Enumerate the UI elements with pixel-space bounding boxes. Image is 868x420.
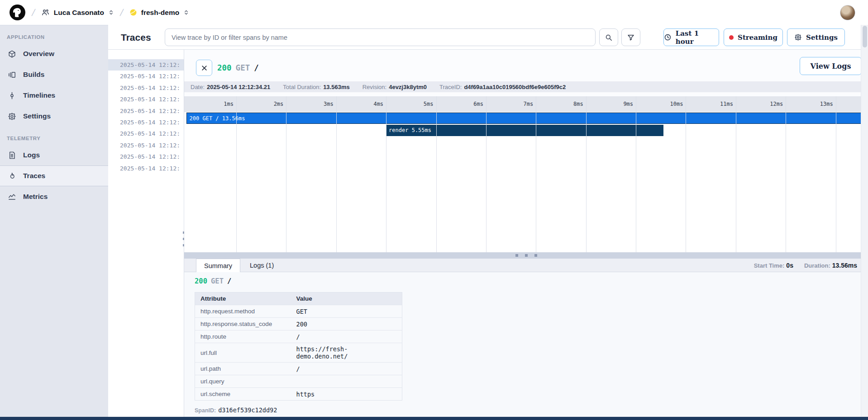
duration-value: 13.56ms (832, 262, 857, 269)
sidebar-item-settings[interactable]: Settings (0, 106, 108, 127)
http-method: GET (211, 277, 224, 285)
view-logs-button[interactable]: View Logs (800, 57, 862, 75)
timescale-gridline (586, 96, 587, 252)
vertical-scrollbar[interactable] (861, 25, 868, 417)
streaming-label: Streaming (738, 33, 777, 42)
http-method: GET (236, 63, 250, 72)
trace-list-row[interactable]: 2025-05-14 12:12: (108, 59, 184, 71)
timescale-gridline (636, 96, 636, 252)
trace-list-row[interactable]: 2025-05-14 12:12: (108, 140, 184, 151)
clock-icon (664, 33, 672, 41)
timescale-tick-label: 4ms (373, 96, 386, 112)
timescale-tick-label: 8ms (573, 96, 586, 112)
trace-detail-panel: 200 GET / View Logs Date:2025-05-14 12:1… (184, 50, 868, 417)
attribute-value: / (291, 330, 402, 343)
search-button[interactable] (599, 28, 618, 46)
timescale-tick-label: 1ms (224, 96, 236, 112)
trace-meta-bar: Date:2025-05-14 12:12:34.21Total Duratio… (184, 81, 868, 92)
builds-icon (8, 71, 16, 79)
time-range-button[interactable]: Last 1 hour (663, 28, 719, 46)
sidebar: APPLICATIONOverviewBuildsTimelinesSettin… (0, 25, 108, 417)
bottom-edge-bar (0, 417, 868, 420)
funnel-icon (627, 33, 635, 42)
filter-button[interactable] (621, 28, 640, 46)
org-name: Luca Casonato (54, 9, 104, 17)
breadcrumb-project[interactable]: fresh-demo (129, 9, 189, 17)
attribute-row: url.path/ (195, 363, 402, 375)
attribute-name: http.response.status_code (195, 318, 291, 330)
trace-meta-item: Revision:4evzj3k8ytm0 (362, 84, 427, 90)
breadcrumb-org[interactable]: Luca Casonato (41, 8, 114, 17)
span-timing-info: Start Time:0s Duration:13.56ms (754, 259, 857, 272)
project-name: fresh-demo (141, 9, 179, 17)
attribute-value: GET (291, 305, 402, 318)
summary-content: 200 GET / Attribute Value http.request.m… (184, 272, 868, 417)
attribute-value: https (291, 388, 402, 401)
attribute-name: url.scheme (195, 388, 291, 401)
gear-icon (794, 33, 802, 41)
flame-icon (8, 172, 16, 180)
value-header: Value (291, 293, 402, 305)
sidebar-item-traces[interactable]: Traces (0, 165, 108, 186)
user-avatar[interactable] (840, 5, 855, 20)
span-bar[interactable]: render 5.55ms (386, 125, 663, 136)
sidebar-item-label: Timelines (23, 91, 55, 99)
sidebar-item-logs[interactable]: Logs (0, 145, 108, 165)
timescale-gridline (536, 96, 536, 252)
start-time-label: Start Time: (754, 262, 785, 269)
attribute-value: / (291, 363, 402, 375)
streaming-button[interactable]: Streaming (724, 28, 783, 46)
span-bar[interactable]: 200 GET / 13.56ms (186, 113, 864, 124)
panel-resize-handle[interactable] (184, 252, 868, 259)
trace-list-row[interactable]: 2025-05-14 12:12: (108, 117, 184, 128)
sidebar-item-timelines[interactable]: Timelines (0, 85, 108, 106)
timescale-gridline (286, 96, 286, 252)
trace-meta-item: TraceID:d4f69a1aa10c019560bdf6e9e605f9c2 (439, 84, 566, 90)
sidebar-item-overview[interactable]: Overview (0, 43, 108, 64)
deno-logo-icon[interactable] (9, 4, 26, 21)
close-trace-button[interactable] (196, 60, 212, 76)
trace-list-row[interactable]: 2025-05-14 12:12: (108, 71, 184, 82)
sidebar-item-builds[interactable]: Builds (0, 64, 108, 85)
trace-list-row[interactable]: 2025-05-14 12:12: (108, 105, 184, 117)
scrollbar-thumb[interactable] (863, 26, 867, 47)
timescale-gridline (686, 96, 686, 252)
sidebar-item-metrics[interactable]: Metrics (0, 186, 108, 207)
page-header: Traces Last 1 hour Streaming (108, 25, 868, 50)
trace-list-row[interactable]: 2025-05-14 12:12: (108, 94, 184, 105)
trace-list-row[interactable]: 2025-05-14 12:12: (108, 151, 184, 162)
attribute-name: url.path (195, 363, 291, 375)
attribute-row: http.response.status_code200 (195, 318, 402, 330)
trace-list-row[interactable]: 2025-05-14 12:12: (108, 82, 184, 94)
trace-list-row[interactable]: 2025-05-14 12:12: (108, 128, 184, 139)
app-window: / Luca Casonato / (0, 0, 868, 420)
page-title: Traces (121, 25, 151, 50)
sidebar-item-label: Settings (23, 112, 51, 120)
sidebar-sections: APPLICATIONOverviewBuildsTimelinesSettin… (0, 34, 108, 207)
waterfall-timescale: 1ms2ms3ms4ms5ms6ms7ms8ms9ms10ms11ms12ms1… (184, 96, 868, 112)
tab-logs-1[interactable]: Logs (1) (242, 259, 281, 272)
metrics-icon (8, 193, 16, 201)
waterfall-body: 200 GET / 13.56msrender 5.55ms (184, 112, 868, 252)
timescale-gridline (386, 96, 386, 252)
attribute-value: 200 (291, 318, 402, 330)
timescale-tick-label: 10ms (670, 96, 686, 112)
sidebar-section-label: TELEMETRY (7, 136, 108, 141)
span-id-line: SpanID:d316ef539c12dd92 (195, 406, 868, 414)
trace-list: 2025-05-14 12:12:2025-05-14 12:12:2025-0… (108, 50, 184, 417)
timescale-gridline (336, 96, 337, 252)
trace-settings-button[interactable]: Settings (787, 28, 845, 46)
trace-list-row[interactable]: 2025-05-14 12:12: (108, 163, 184, 174)
sidebar-item-label: Logs (23, 151, 40, 159)
timescale-gridline (736, 96, 736, 252)
tab-summary[interactable]: Summary (196, 259, 240, 272)
logs-icon (8, 151, 16, 160)
duration-label: Duration: (804, 262, 830, 269)
search-icon (605, 33, 613, 42)
cube-icon (8, 50, 16, 58)
attribute-row: http.route/ (195, 330, 402, 343)
trace-search-input[interactable] (165, 28, 596, 46)
detail-tab-bar: SummaryLogs (1) Start Time:0s Duration:1… (184, 259, 868, 272)
trace-meta-item: Date:2025-05-14 12:12:34.21 (191, 84, 270, 90)
timescale-gridline (486, 96, 486, 252)
